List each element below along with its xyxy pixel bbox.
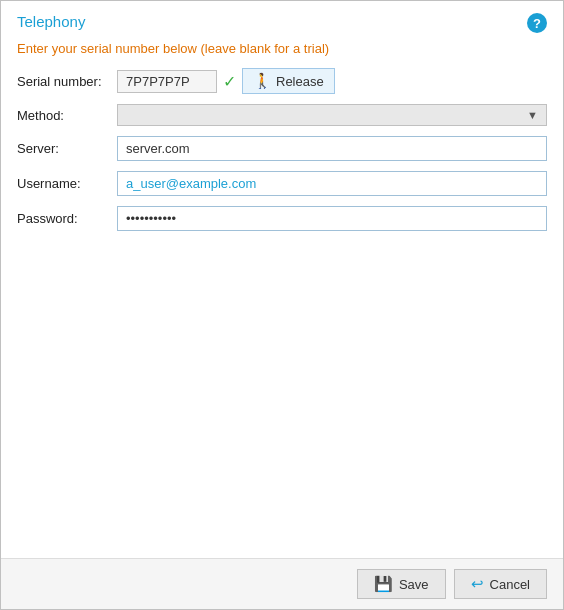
cancel-icon: ↩ [471,575,484,593]
checkmark-icon: ✓ [223,72,236,91]
chevron-down-icon: ▼ [527,109,538,121]
dialog-header: Telephony ? [1,1,563,41]
password-label: Password: [17,211,117,226]
server-input[interactable] [117,136,547,161]
cancel-label: Cancel [490,577,530,592]
username-row: Username: [17,171,547,196]
method-dropdown[interactable]: ▼ [117,104,547,126]
subtitle-hint: (leave blank for a trial) [201,41,330,56]
form-content: Serial number: 7P7P7P7P ✓ 🚶 Release Meth… [1,68,563,558]
username-label: Username: [17,176,117,191]
password-row: Password: [17,206,547,231]
serial-controls: 7P7P7P7P ✓ 🚶 Release [117,68,547,94]
serial-number-row: Serial number: 7P7P7P7P ✓ 🚶 Release [17,68,547,94]
server-label: Server: [17,141,117,156]
subtitle-static: Enter your serial number below [17,41,201,56]
serial-value: 7P7P7P7P [117,70,217,93]
method-row: Method: ▼ [17,104,547,126]
person-icon: 🚶 [253,72,272,90]
username-input[interactable] [117,171,547,196]
method-label: Method: [17,108,117,123]
save-icon: 💾 [374,575,393,593]
server-row: Server: [17,136,547,161]
telephony-dialog: Telephony ? Enter your serial number bel… [0,0,564,610]
subtitle: Enter your serial number below (leave bl… [1,41,563,68]
save-button[interactable]: 💾 Save [357,569,446,599]
help-icon[interactable]: ? [527,13,547,33]
dialog-footer: 💾 Save ↩ Cancel [1,558,563,609]
dialog-title: Telephony [17,13,85,30]
release-button[interactable]: 🚶 Release [242,68,335,94]
release-label: Release [276,74,324,89]
save-label: Save [399,577,429,592]
cancel-button[interactable]: ↩ Cancel [454,569,547,599]
serial-label: Serial number: [17,74,117,89]
password-input[interactable] [117,206,547,231]
